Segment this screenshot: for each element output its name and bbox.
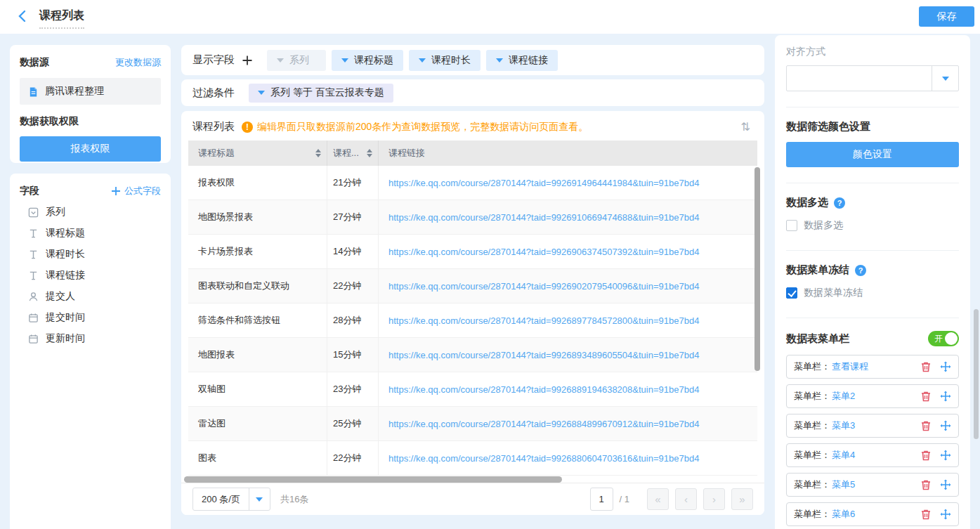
course-link[interactable]: https://ke.qq.com/course/2870144?taid=99… xyxy=(388,281,699,292)
column-header-title[interactable]: 课程标题 xyxy=(188,141,327,166)
page-size-select[interactable]: 200 条/页 xyxy=(192,488,270,511)
table-header: 课程标题 课程... 课程链接 xyxy=(188,141,757,166)
align-select[interactable] xyxy=(786,65,959,91)
cell-course-title: 筛选条件和筛选按钮 xyxy=(188,303,327,337)
course-link[interactable]: https://ke.qq.com/course/2870144?taid=99… xyxy=(388,350,699,360)
field-item[interactable]: 课程时长 xyxy=(20,244,161,265)
course-link[interactable]: https://ke.qq.com/course/2870144?taid=99… xyxy=(388,178,699,188)
cell-course-title: 雷达图 xyxy=(188,407,327,440)
menu-item[interactable]: 菜单栏： 菜单3 xyxy=(786,414,959,438)
first-page-button[interactable]: « xyxy=(647,488,669,510)
field-item[interactable]: 提交人 xyxy=(20,286,161,307)
change-datasource-link[interactable]: 更改数据源 xyxy=(115,56,161,69)
cell-course-link: https://ke.qq.com/course/2870144?taid=99… xyxy=(379,303,757,337)
menu-item-value[interactable]: 菜单4 xyxy=(832,449,855,462)
display-field-tag[interactable]: 课程时长 xyxy=(409,50,481,71)
course-link[interactable]: https://ke.qq.com/course/2870144?taid=99… xyxy=(388,453,699,464)
table-body: 报表权限 21分钟 https://ke.qq.com/course/28701… xyxy=(188,166,757,476)
menu-item-value[interactable]: 菜单3 xyxy=(832,419,855,432)
menu-freeze-checkbox-row[interactable]: 数据菜单冻结 xyxy=(786,287,959,299)
field-item[interactable]: 系列 xyxy=(20,202,161,223)
field-item[interactable]: 更新时间 xyxy=(20,328,161,349)
sort-order-icon[interactable]: ⇅ xyxy=(741,120,753,133)
delete-icon[interactable] xyxy=(920,479,932,490)
display-field-tag[interactable]: 系列 xyxy=(267,50,326,71)
table-row: 卡片场景报表 14分钟 https://ke.qq.com/course/287… xyxy=(188,235,757,269)
table-vertical-scrollbar[interactable] xyxy=(754,167,760,371)
menu-item-value[interactable]: 菜单6 xyxy=(832,508,855,521)
datasource-title: 数据源 xyxy=(20,56,49,69)
back-icon[interactable] xyxy=(15,9,30,23)
move-icon[interactable] xyxy=(940,479,951,490)
cell-course-duration: 23分钟 xyxy=(327,372,379,406)
delete-icon[interactable] xyxy=(920,391,932,402)
delete-icon[interactable] xyxy=(920,450,932,461)
course-link[interactable]: https://ke.qq.com/course/2870144?taid=99… xyxy=(388,212,699,223)
datasource-item[interactable]: 腾讯课程整理 xyxy=(20,78,161,105)
datasource-panel: 数据源 更改数据源 腾讯课程整理 数据获取权限 报表权限 xyxy=(10,45,171,163)
delete-icon[interactable] xyxy=(920,361,932,372)
checkbox-unchecked[interactable] xyxy=(786,220,797,231)
menu-item-prefix: 菜单栏： xyxy=(794,478,830,491)
last-page-button[interactable]: » xyxy=(731,488,753,510)
color-settings-button[interactable]: 颜色设置 xyxy=(786,142,959,167)
menu-item-value[interactable]: 查看课程 xyxy=(832,360,868,373)
help-icon[interactable]: ? xyxy=(855,265,866,276)
menu-item[interactable]: 菜单栏： 查看课程 xyxy=(786,355,959,379)
cell-course-link: https://ke.qq.com/course/2870144?taid=99… xyxy=(379,269,757,303)
field-item[interactable]: 课程链接 xyxy=(20,265,161,286)
menu-item[interactable]: 菜单栏： 菜单2 xyxy=(786,384,959,408)
display-field-tag[interactable]: 课程链接 xyxy=(486,50,558,71)
course-link[interactable]: https://ke.qq.com/course/2870144?taid=99… xyxy=(388,419,699,429)
menubar-toggle-on[interactable]: 开 xyxy=(928,331,959,346)
move-icon[interactable] xyxy=(940,361,951,372)
checkbox-checked[interactable] xyxy=(786,287,797,299)
menu-item[interactable]: 菜单栏： 菜单6 xyxy=(786,502,959,526)
menu-item-prefix: 菜单栏： xyxy=(794,419,830,432)
add-display-field-icon[interactable] xyxy=(242,55,253,66)
sort-icon[interactable] xyxy=(315,149,321,157)
move-icon[interactable] xyxy=(940,509,951,520)
report-permission-button[interactable]: 报表权限 xyxy=(20,136,161,162)
cell-course-title: 图表 xyxy=(188,441,327,475)
menu-item[interactable]: 菜单栏： 菜单4 xyxy=(786,443,959,467)
menu-item[interactable]: 菜单栏： 菜单5 xyxy=(786,473,959,497)
field-item[interactable]: 提交时间 xyxy=(20,307,161,328)
multi-select-checkbox-row[interactable]: 数据多选 xyxy=(786,219,959,232)
course-link[interactable]: https://ke.qq.com/course/2870144?taid=99… xyxy=(388,315,699,326)
display-field-tag[interactable]: 课程标题 xyxy=(332,50,403,71)
delete-icon[interactable] xyxy=(920,420,932,431)
sort-icon[interactable] xyxy=(367,149,372,157)
cell-course-duration: 22分钟 xyxy=(327,441,379,475)
move-icon[interactable] xyxy=(940,420,951,431)
toggle-knob xyxy=(945,332,958,345)
chevron-down-icon xyxy=(932,66,958,91)
prev-page-button[interactable]: ‹ xyxy=(675,488,697,510)
field-label: 系列 xyxy=(46,206,65,218)
save-button[interactable]: 保存 xyxy=(919,6,974,27)
field-item[interactable]: 课程标题 xyxy=(20,223,161,244)
menu-item-value[interactable]: 菜单2 xyxy=(832,390,855,403)
table-row: 图表联动和自定义联动 22分钟 https://ke.qq.com/course… xyxy=(188,269,757,303)
course-link[interactable]: https://ke.qq.com/course/2870144?taid=99… xyxy=(388,247,699,257)
add-formula-field-link[interactable]: 公式字段 xyxy=(111,185,161,197)
table-horizontal-scrollbar[interactable] xyxy=(184,476,562,483)
menu-item-value[interactable]: 菜单5 xyxy=(832,478,855,491)
help-icon[interactable]: ? xyxy=(834,197,845,209)
column-header-duration[interactable]: 课程... xyxy=(327,141,379,166)
calendar-icon xyxy=(28,313,39,323)
move-icon[interactable] xyxy=(940,391,951,402)
page-number-input[interactable]: 1 xyxy=(590,488,613,511)
delete-icon[interactable] xyxy=(920,509,932,520)
page-scrollbar[interactable] xyxy=(974,309,979,439)
settings-panel: 对齐方式 数据筛选颜色设置 颜色设置 数据多选 ? 数据多选 数据菜单冻结 ? … xyxy=(775,35,970,529)
cell-course-link: https://ke.qq.com/course/2870144?taid=99… xyxy=(379,372,757,406)
next-page-button[interactable]: › xyxy=(703,488,725,510)
move-icon[interactable] xyxy=(940,450,951,461)
page-total: / 1 xyxy=(620,494,629,504)
filter-condition-tag[interactable]: 系列 等于 百宝云报表专题 xyxy=(249,84,393,103)
cell-course-duration: 15分钟 xyxy=(327,338,379,372)
total-count: 共16条 xyxy=(280,493,308,506)
course-link[interactable]: https://ke.qq.com/course/2870144?taid=99… xyxy=(388,384,699,395)
filter-bar: 过滤条件 系列 等于 百宝云报表专题 xyxy=(181,79,764,106)
